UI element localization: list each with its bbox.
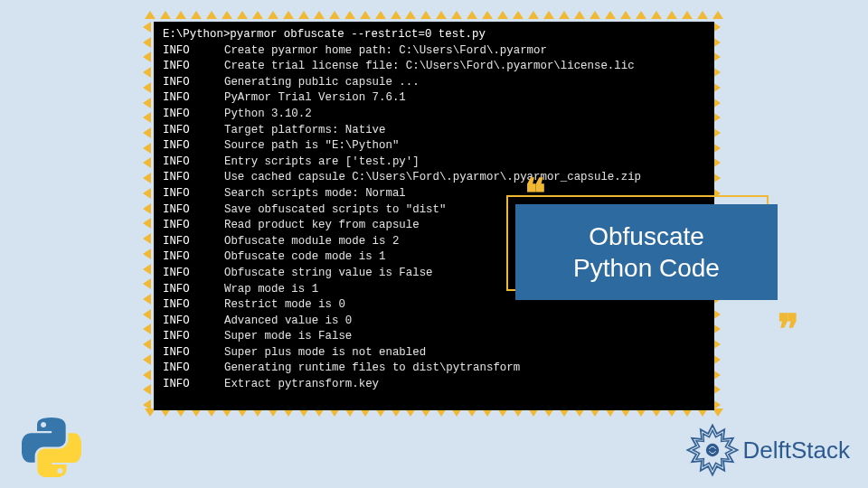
info-label: INFO <box>163 138 224 155</box>
terminal-line: INFOSource path is "E:\Python" <box>163 138 705 155</box>
terminal-message: Python 3.10.2 <box>224 108 312 120</box>
terminal-border-bottom <box>145 408 723 421</box>
python-logo-icon <box>22 418 81 477</box>
delftstack-emblem-icon <box>685 423 740 477</box>
svg-point-0 <box>705 444 718 456</box>
terminal-message: Create trial license file: C:\Users\Ford… <box>224 60 635 72</box>
callout-line1: Obfuscate <box>589 222 704 250</box>
terminal-message: Obfuscate string value is False <box>224 267 433 279</box>
terminal-message: Search scripts mode: Normal <box>224 187 406 200</box>
info-label: INFO <box>163 170 224 186</box>
terminal-message: Use cached capsule C:\Users\Ford\.pyarmo… <box>224 171 641 183</box>
terminal-message: Target platforms: Native <box>224 124 385 136</box>
info-label: INFO <box>163 249 224 266</box>
info-label: INFO <box>163 90 224 107</box>
info-label: INFO <box>163 123 224 139</box>
info-label: INFO <box>163 43 224 60</box>
terminal-line: INFOPyArmor Trial Version 7.6.1 <box>163 90 705 107</box>
quote-close-icon: ❞ <box>778 320 799 340</box>
terminal-message: Create pyarmor home path: C:\Users\Ford\… <box>224 44 547 57</box>
terminal-message: Extract pytransform.key <box>224 378 379 390</box>
info-label: INFO <box>163 186 224 202</box>
terminal-line: INFOSuper plus mode is not enabled <box>163 345 705 361</box>
delftstack-text: DelftStack <box>743 436 851 465</box>
info-label: INFO <box>163 266 224 282</box>
info-label: INFO <box>163 345 224 361</box>
terminal-line: INFOEntry scripts are ['test.py'] <box>163 155 705 171</box>
terminal-line: INFOGenerating public capsule ... <box>163 75 705 91</box>
terminal-line: INFOExtract pytransform.key <box>163 377 705 393</box>
info-label: INFO <box>163 75 224 91</box>
terminal-line: INFOCreate trial license file: C:\Users\… <box>163 59 705 75</box>
terminal-message: Generating public capsule ... <box>224 76 420 89</box>
terminal-line: INFOCreate pyarmor home path: C:\Users\F… <box>163 43 705 60</box>
terminal-line: INFOPython 3.10.2 <box>163 107 705 123</box>
terminal-message: Restrict mode is 0 <box>224 298 345 311</box>
terminal-message: Obfuscate code mode is 1 <box>224 250 385 263</box>
terminal-line: INFOSuper mode is False <box>163 329 705 345</box>
terminal-message: Super mode is False <box>224 330 352 343</box>
callout-box: Obfuscate Python Code <box>515 204 778 300</box>
info-label: INFO <box>163 361 224 377</box>
terminal-message: Super plus mode is not enabled <box>224 346 426 359</box>
info-label: INFO <box>163 155 224 171</box>
info-label: INFO <box>163 234 224 250</box>
terminal-prompt: E:\Python>pyarmor obfuscate --restrict=0… <box>163 27 705 43</box>
delftstack-logo: DelftStack <box>685 423 851 477</box>
title-callout: ❝ Obfuscate Python Code ❞ <box>506 188 787 314</box>
info-label: INFO <box>163 329 224 345</box>
callout-text: Obfuscate Python Code <box>573 221 720 284</box>
info-label: INFO <box>163 297 224 314</box>
terminal-message: Advanced value is 0 <box>224 314 352 327</box>
info-label: INFO <box>163 218 224 234</box>
terminal-line: INFOAdvanced value is 0 <box>163 314 705 330</box>
terminal-message: PyArmor Trial Version 7.6.1 <box>224 91 406 104</box>
terminal-line: INFOTarget platforms: Native <box>163 123 705 139</box>
terminal-line: INFOUse cached capsule C:\Users\Ford\.py… <box>163 170 705 186</box>
terminal-message: Entry scripts are ['test.py'] <box>224 155 420 168</box>
callout-line2: Python Code <box>573 254 720 282</box>
terminal-message: Wrap mode is 1 <box>224 283 318 296</box>
info-label: INFO <box>163 202 224 219</box>
terminal-message: Source path is "E:\Python" <box>224 139 399 152</box>
terminal-message: Generating runtime files to dist\pytrans… <box>224 361 520 374</box>
info-label: INFO <box>163 377 224 393</box>
info-label: INFO <box>163 282 224 298</box>
terminal-message: Read product key from capsule <box>224 219 420 231</box>
info-label: INFO <box>163 314 224 330</box>
info-label: INFO <box>163 107 224 123</box>
info-label: INFO <box>163 59 224 75</box>
terminal-message: Save obfuscated scripts to "dist" <box>224 203 446 216</box>
terminal-line: INFOGenerating runtime files to dist\pyt… <box>163 361 705 377</box>
terminal-message: Obfuscate module mode is 2 <box>224 235 399 248</box>
